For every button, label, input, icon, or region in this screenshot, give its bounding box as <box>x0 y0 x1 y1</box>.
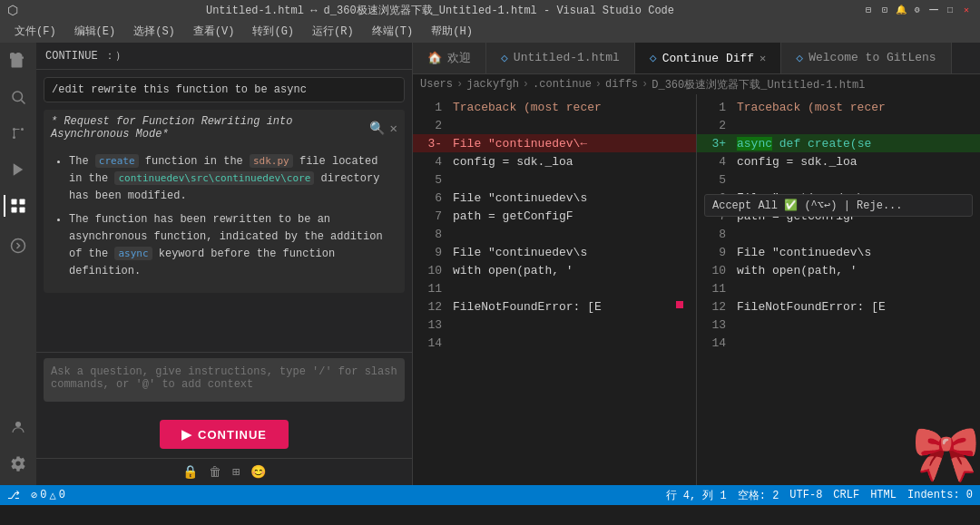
status-language[interactable]: HTML <box>870 489 897 501</box>
panel-bottom-toolbar: 🔒 🗑 ⊞ 😊 <box>36 458 412 485</box>
breadcrumb-user[interactable]: jackyfgh <box>466 78 519 91</box>
table-row: 8 <box>697 225 980 243</box>
rewrite-panel-header[interactable]: * Request for Function Rewriting into As… <box>44 110 405 146</box>
accept-bar-text: Accept All ✅ (^⌥↩) | Reje... <box>712 199 902 212</box>
activity-gear-icon[interactable] <box>4 449 33 478</box>
breadcrumb-diffs[interactable]: diffs <box>605 78 638 91</box>
tabs-bar: 🏠 欢迎 ◇ Untitled-1.html ◇ Continue Diff ✕… <box>413 43 980 74</box>
tab-welcome-icon: 🏠 <box>427 51 442 65</box>
diff-right-scroll[interactable]: 1Traceback (most recer 2 3+ async def cr… <box>697 94 980 485</box>
tab-welcome-label: 欢迎 <box>447 50 471 66</box>
svg-point-5 <box>13 136 15 139</box>
tab-untitled-label: Untitled-1.html <box>514 51 620 64</box>
table-row: 4 config = sdk._loa <box>697 152 980 170</box>
accept-reject-bar[interactable]: Accept All ✅ (^⌥↩) | Reje... <box>704 194 973 217</box>
notification-icon[interactable]: 🔔 <box>895 4 907 16</box>
title-bar: ⬡ Untitled-1.html ↔ d_360极速浏览器下载_Untitle… <box>0 0 980 20</box>
status-position[interactable]: 行 4, 列 1 <box>666 488 727 503</box>
close-icon[interactable]: ✕ <box>390 121 397 136</box>
window-close-btn[interactable]: ✕ <box>960 4 973 16</box>
rewrite-bullet-2: The function has been rewritten to be an… <box>69 211 394 281</box>
chat-instruction-text: /edit rewrite this function to be async <box>44 77 405 102</box>
activity-continue-icon[interactable] <box>4 231 33 260</box>
rewrite-panel-title: * Request for Function Rewriting into As… <box>51 115 369 141</box>
menu-select[interactable]: 选择(S) <box>126 22 182 41</box>
table-row: 10 with open(path, ' <box>413 261 696 279</box>
tab-untitled-icon: ◇ <box>501 51 508 65</box>
error-icon: ⊘ <box>31 489 37 502</box>
window-minimize-btn[interactable]: — <box>927 4 940 16</box>
tab-gitlens[interactable]: ◇ Welcome to GitLens <box>781 43 951 73</box>
split-icon[interactable]: ⊞ <box>232 464 240 480</box>
menu-view[interactable]: 查看(V) <box>186 22 242 41</box>
chat-input[interactable] <box>44 358 405 402</box>
left-editor-lines: 1Traceback (most recer 2 3- File "contin… <box>413 94 696 485</box>
svg-point-12 <box>15 422 21 427</box>
status-indents[interactable]: Indents: 0 <box>907 489 973 501</box>
activity-search-icon[interactable] <box>4 83 33 112</box>
tab-diff-close[interactable]: ✕ <box>760 52 766 65</box>
menu-bar: 文件(F) 编辑(E) 选择(S) 查看(V) 转到(G) 运行(R) 终端(T… <box>0 20 980 43</box>
tab-welcome[interactable]: 🏠 欢迎 <box>413 43 486 73</box>
trash-icon[interactable]: 🗑 <box>209 465 221 480</box>
minimize-icon[interactable]: ⊟ <box>862 4 875 16</box>
diff-pane-right: Accept All ✅ (^⌥↩) | Reje... 1Traceback … <box>697 94 980 485</box>
activity-git-icon[interactable] <box>4 119 33 148</box>
settings-icon[interactable]: ⚙ <box>911 4 924 16</box>
breadcrumb-users[interactable]: Users <box>420 78 453 91</box>
restore-icon[interactable]: ⊡ <box>878 4 891 16</box>
menu-file[interactable]: 文件(F) <box>7 22 64 41</box>
rewrite-panel-icons: 🔍 ✕ <box>369 121 397 136</box>
activity-run-icon[interactable] <box>4 155 33 184</box>
diff-pane-left: 1Traceback (most recer 2 3- File "contin… <box>413 94 697 485</box>
menu-edit[interactable]: 编辑(E) <box>67 22 123 41</box>
title-bar-left: ⬡ <box>7 3 18 18</box>
rewrite-panel-body: The create function in the sdk.py file l… <box>44 146 405 293</box>
smiley-icon[interactable]: 😊 <box>250 464 266 480</box>
menu-goto[interactable]: 转到(G) <box>245 22 301 41</box>
status-errors[interactable]: ⊘ 0 △ 0 <box>31 489 65 502</box>
table-row: 14 <box>413 334 696 352</box>
tab-continue-diff[interactable]: ◇ Continue Diff ✕ <box>635 43 781 73</box>
svg-rect-7 <box>12 199 17 205</box>
table-row: 12FileNotFoundError: [E <box>697 297 980 316</box>
continue-header-title: CONTINUE ：） <box>45 48 126 63</box>
search-icon[interactable]: 🔍 <box>369 121 385 136</box>
table-row: 10 with open(path, ' <box>697 261 980 279</box>
table-row: 11 <box>413 279 696 297</box>
tab-diff-label: Continue Diff <box>662 52 754 65</box>
breadcrumb-file[interactable]: D_360极速浏览器下载_Untitled-1.html <box>652 77 865 92</box>
table-row: 9 File "continuedev\s <box>413 243 696 261</box>
continue-play-icon: ▶ <box>181 427 192 442</box>
status-line-ending[interactable]: CRLF <box>833 489 859 501</box>
table-row: 1Traceback (most recer <box>697 98 980 116</box>
tab-untitled[interactable]: ◇ Untitled-1.html <box>486 43 635 73</box>
menu-help[interactable]: 帮助(H) <box>424 22 480 41</box>
status-spaces[interactable]: 空格: 2 <box>738 488 779 503</box>
svg-line-2 <box>21 100 24 103</box>
table-row: 5 <box>697 170 980 189</box>
chat-panel: /edit rewrite this function to be async … <box>36 70 412 352</box>
lock-icon[interactable]: 🔒 <box>182 464 198 480</box>
status-encoding[interactable]: UTF-8 <box>789 489 822 501</box>
table-row: 7 path = getConfigF <box>413 207 696 225</box>
diff-left-scroll[interactable]: 1Traceback (most recer 2 3- File "contin… <box>413 94 696 485</box>
activity-extensions-icon[interactable] <box>4 191 33 220</box>
svg-point-11 <box>12 239 25 253</box>
table-row: 2 <box>697 116 980 134</box>
activity-explorer-icon[interactable] <box>4 46 33 75</box>
menu-run[interactable]: 运行(R) <box>305 22 361 41</box>
window-maximize-btn[interactable]: □ <box>944 4 956 16</box>
continue-button[interactable]: ▶ CONTINUE <box>160 420 289 449</box>
menu-terminal[interactable]: 终端(T) <box>365 22 421 41</box>
activity-account-icon[interactable] <box>4 413 33 442</box>
svg-point-1 <box>13 92 23 102</box>
warning-icon: △ <box>49 489 55 502</box>
tab-diff-icon: ◇ <box>650 51 657 65</box>
table-row: 14 <box>697 334 980 352</box>
table-row: 1Traceback (most recer <box>413 98 696 116</box>
activity-bar <box>0 43 36 485</box>
breadcrumb-continue[interactable]: .continue <box>533 78 592 91</box>
editor-area: 🏠 欢迎 ◇ Untitled-1.html ◇ Continue Diff ✕… <box>413 43 980 485</box>
tab-gitlens-icon: ◇ <box>796 51 803 65</box>
